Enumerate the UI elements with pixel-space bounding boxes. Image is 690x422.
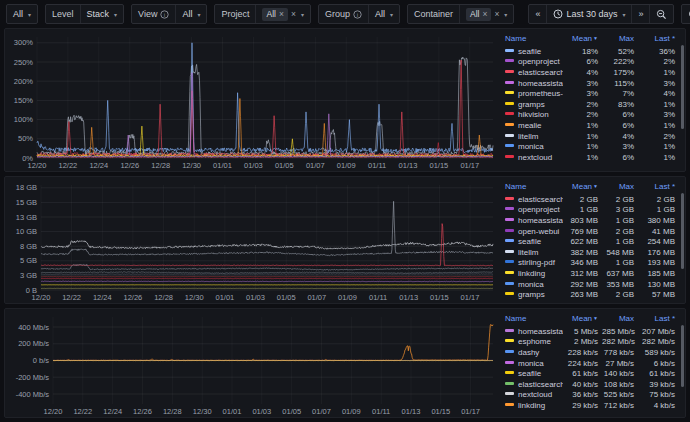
level-dropdown[interactable]: Stack ▾ [80, 5, 124, 23]
container-dropdown[interactable]: All × × ▾ [459, 5, 513, 23]
info-icon: i [353, 10, 362, 19]
series-name-cell[interactable]: monica [501, 279, 563, 290]
legend-header-last[interactable]: Last * [636, 314, 677, 326]
legend-scrollbar[interactable] [681, 325, 684, 387]
zoom-out-time-button[interactable] [649, 5, 673, 23]
legend-header-name[interactable]: Name [501, 314, 563, 326]
svg-text:12/30: 12/30 [182, 161, 201, 170]
series-name-cell[interactable]: elasticsearch [501, 194, 563, 205]
network-traffic-chart[interactable]: -400 Mb/s-200 Mb/s0 b/s200 Mb/s400 Mb/s1… [7, 311, 499, 417]
legend-row[interactable]: elasticsearch2 GB2 GB2 GB [501, 194, 677, 205]
legend-row[interactable]: homeassistant5 Mb/s285 Mb/s207 Mb/s [501, 326, 677, 337]
chevrons-left-icon: « [535, 9, 540, 19]
series-mean-value: 2% [563, 99, 600, 110]
legend-row[interactable]: homeassistant803 MB1 GB380 MB [501, 215, 677, 226]
series-name-cell[interactable]: gramps [501, 289, 563, 300]
legend-row[interactable]: gramps263 MB2 GB57 MB [501, 289, 677, 300]
series-name-cell[interactable]: homeassistant [501, 78, 563, 89]
legend-row[interactable]: monica224 kb/s27 Mb/s6 kb/s [501, 358, 677, 369]
legend-row[interactable]: openproject6%222%2% [501, 57, 677, 68]
series-name-cell[interactable]: elasticsearch [501, 379, 563, 390]
time-shift-back-button[interactable]: « [529, 5, 546, 23]
group-dropdown[interactable]: All ▾ [368, 5, 399, 23]
legend-row[interactable]: esphome2 Mb/s282 Mb/s282 Mb/s [501, 337, 677, 348]
legend-row[interactable]: nextcloud1%6%1% [501, 152, 677, 163]
legend-row[interactable]: litellm1%4%2% [501, 131, 677, 142]
legend-row[interactable]: elasticsearch40 kb/s108 kb/s39 kb/s [501, 379, 677, 390]
series-name-cell[interactable]: mealie [501, 120, 563, 131]
legend-header-mean[interactable]: Mean▼ [563, 182, 600, 194]
series-name-cell[interactable]: esphome [501, 337, 563, 348]
legend-row[interactable]: monica292 MB353 MB130 MB [501, 279, 677, 290]
time-shift-forward-button[interactable]: » [631, 5, 649, 23]
container-chip[interactable]: All × [466, 8, 491, 21]
legend-row[interactable]: stirling-pdf346 MB1 GB193 MB [501, 258, 677, 269]
series-max-value: 1 GB [600, 258, 636, 269]
series-name-cell[interactable]: dashy [501, 347, 563, 358]
legend-row[interactable]: seafile61 kb/s140 kb/s61 kb/s [501, 368, 677, 379]
project-dropdown[interactable]: All × × ▾ [255, 5, 309, 23]
refresh-button[interactable]: Refresh [682, 5, 690, 23]
legend-row[interactable]: gramps2%83%1% [501, 99, 677, 110]
legend-header-mean[interactable]: Mean▼ [563, 314, 600, 326]
series-name-cell[interactable]: litellm [501, 247, 563, 258]
legend-row[interactable]: openproject1 GB3 GB1 GB [501, 205, 677, 216]
legend-row[interactable]: litellm382 MB548 MB176 MB [501, 247, 677, 258]
legend-row[interactable]: seafile622 MB1 GB254 MB [501, 236, 677, 247]
legend-scrollbar[interactable] [681, 193, 684, 269]
legend-header-max[interactable]: Max [600, 34, 636, 46]
variable-all-dropdown[interactable]: All ▾ [7, 5, 37, 23]
legend-header-max[interactable]: Max [600, 182, 636, 194]
legend-row[interactable]: nextcloud36 kb/s525 kb/s75 kb/s [501, 390, 677, 401]
legend-row[interactable]: dashy228 kb/s778 kb/s589 kb/s [501, 347, 677, 358]
series-name-cell[interactable]: seafile [501, 236, 563, 247]
series-name-cell[interactable]: nextcloud [501, 152, 563, 163]
clear-all-icon[interactable]: × [291, 10, 296, 19]
series-name-cell[interactable]: monica [501, 141, 563, 152]
legend-header-name[interactable]: Name [501, 34, 563, 46]
series-name-cell[interactable]: homeassistant [501, 326, 563, 337]
project-chip[interactable]: All × [262, 8, 287, 21]
legend-row[interactable]: mealie1%6%1% [501, 120, 677, 131]
legend-row[interactable]: elasticsearch4%175%1% [501, 67, 677, 78]
series-name-cell[interactable]: stirling-pdf [501, 258, 563, 269]
series-name-cell[interactable]: homeassistant [501, 215, 563, 226]
legend-row[interactable]: linkding312 MB637 MB185 MB [501, 268, 677, 279]
series-name-cell[interactable]: gramps [501, 99, 563, 110]
legend-header-last[interactable]: Last * [636, 34, 677, 46]
view-dropdown[interactable]: All ▾ [175, 5, 206, 23]
legend-row[interactable]: prometheus-linux3%7%4% [501, 88, 677, 99]
series-name-cell[interactable]: litellm [501, 131, 563, 142]
container-label: Container [408, 5, 459, 23]
legend-scrollbar[interactable] [681, 45, 684, 129]
time-range-picker-button[interactable]: Last 30 days ▾ [546, 5, 631, 23]
legend-row[interactable]: monica1%3%1% [501, 141, 677, 152]
series-name-cell[interactable]: nextcloud [501, 390, 563, 401]
legend-header-last[interactable]: Last * [636, 182, 677, 194]
series-name-cell[interactable]: openproject [501, 57, 563, 68]
legend-header-max[interactable]: Max [600, 314, 636, 326]
series-name-cell[interactable]: elasticsearch [501, 67, 563, 78]
clear-all-icon[interactable]: × [494, 10, 499, 19]
series-name-cell[interactable]: prometheus-linux [501, 88, 563, 99]
close-icon[interactable]: × [482, 10, 487, 19]
legend-row[interactable]: homeassistant3%115%3% [501, 78, 677, 89]
legend-header-mean[interactable]: Mean▼ [563, 34, 600, 46]
legend-row[interactable]: linkding29 kb/s712 kb/s4 kb/s [501, 400, 677, 411]
legend-row[interactable]: open-webui769 MB2 GB41 MB [501, 226, 677, 237]
legend-row[interactable]: seafile18%52%36% [501, 46, 677, 57]
series-name-cell[interactable]: seafile [501, 368, 563, 379]
series-name-cell[interactable]: linkding [501, 400, 563, 411]
series-name-cell[interactable]: linkding [501, 268, 563, 279]
series-name-cell[interactable]: hikvision [501, 110, 563, 121]
legend-header-name[interactable]: Name [501, 182, 563, 194]
series-name-cell[interactable]: seafile [501, 46, 563, 57]
legend-row[interactable]: hikvision2%6%3% [501, 110, 677, 121]
series-name-cell[interactable]: open-webui [501, 226, 563, 237]
series-name: nextcloud [518, 153, 552, 162]
series-name-cell[interactable]: monica [501, 358, 563, 369]
memory-usage-chart[interactable]: 0 B3 GB5 GB8 GB10 GB13 GB15 GB18 GB12/20… [7, 179, 499, 303]
close-icon[interactable]: × [279, 10, 284, 19]
series-name-cell[interactable]: openproject [501, 205, 563, 216]
cpu-usage-chart[interactable]: 0%50%100%150%200%250%300%12/2012/2212/24… [7, 31, 499, 171]
